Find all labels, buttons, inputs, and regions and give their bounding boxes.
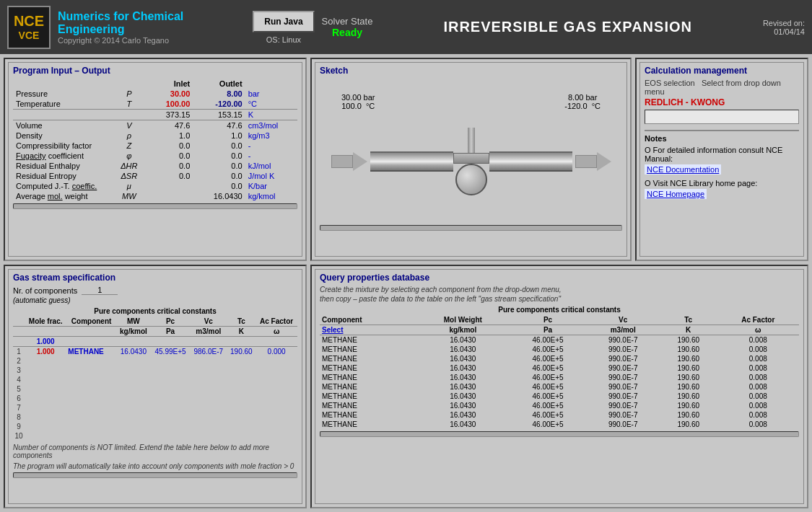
eos-input-bar[interactable] (645, 110, 799, 124)
sketch-panel: Sketch 30.00 bar 100.0 °C 8.00 bar -120.… (310, 58, 632, 261)
run-java-button[interactable]: Run Java (253, 11, 314, 32)
table-row: 7 (13, 403, 297, 412)
gh-mole-frac: Mole frac. (25, 317, 66, 327)
table-row: METHANE 16.0430 46.00E+5 990.0E-7 190.60… (320, 382, 799, 392)
notes-section: Notes O For detailed information consult… (645, 134, 799, 199)
valve (453, 128, 489, 195)
sketch-scrollbar[interactable] (320, 225, 622, 231)
table-row: 8 (13, 412, 297, 422)
note1: O For detailed information consult NCE M… (645, 146, 799, 175)
nr-components-row: Nr. of components (13, 286, 297, 295)
solver-state-block: Solver State Ready (322, 16, 373, 38)
pio-scrollbar[interactable] (13, 203, 297, 209)
nce-homepage-link[interactable]: NCE Homepage (647, 190, 704, 198)
mole-frac-header-val: 1.000 (25, 337, 66, 347)
qh-tc: Tc (660, 315, 717, 325)
revised-block: Revised on: 01/04/14 (763, 19, 805, 36)
table-row: 5 (13, 384, 297, 394)
pio-table: Inlet Outlet Pressure P 30.00 8.00 bar T… (13, 79, 297, 201)
query-desc2: then copy – paste the data to the table … (320, 295, 799, 303)
query-scrollbar[interactable] (320, 431, 799, 437)
query-table: Component Mol Weight Pc Vc Tc Ac Factor … (320, 315, 799, 429)
pio-row: Density ρ 1.0 1.0 kg/m3 (13, 131, 297, 141)
left-pipe (370, 151, 453, 172)
right-pipe (489, 151, 572, 172)
pipe-assembly (331, 128, 611, 195)
gh-vc: Vc (190, 317, 227, 327)
pio-row: Residual Entropy ΔSR 0.0 0.0 J/mol K (13, 171, 297, 181)
pio-row: Compressibility factor Z 0.0 0.0 - (13, 141, 297, 151)
note2: O Visit NCE Library home page: NCE Homep… (645, 179, 799, 199)
gas-stream-table: Mole frac. Component MW Pc Vc Tc Ac Fact… (13, 317, 297, 441)
footer-note2: The program will automatically take into… (13, 462, 297, 470)
os-label: OS: Linux (266, 35, 301, 44)
table-row: 9 (13, 422, 297, 431)
gh-mw: MW (116, 317, 151, 327)
inlet-label: 30.00 bar 100.0 °C (341, 93, 375, 110)
header: NCE VCE Numerics for Chemical Engineerin… (0, 0, 812, 54)
gas-stream-title: Gas stream specification (13, 273, 297, 283)
vce-text: VCE (19, 30, 40, 41)
table-row: 4 (13, 375, 297, 384)
calc-mgmt-title: Calculation management (645, 66, 799, 76)
gh-pc: Pc (151, 317, 190, 327)
table-row: METHANE 16.0430 46.00E+5 990.0E-7 190.60… (320, 363, 799, 373)
content-area: Program Input – Output Inlet Outlet Pres… (0, 54, 812, 512)
notes-title: Notes (645, 134, 799, 143)
eos-value: REDLICH - KWONG (645, 97, 725, 107)
pio-row: Average mol. weight MW 16.0430 kg/kmol (13, 191, 297, 201)
table-row: 6 (13, 394, 297, 403)
query-desc1: Create the mixture by selecting each com… (320, 286, 799, 293)
sketch-area: 30.00 bar 100.0 °C 8.00 bar -120.0 °C (320, 79, 622, 223)
query-pure-header: Pure components critical constants (320, 306, 799, 314)
table-row: METHANE 16.0430 46.00E+5 990.0E-7 190.60… (320, 335, 799, 345)
nce-logo: NCE VCE (7, 6, 51, 49)
program-io-title: Program Input – Output (13, 66, 297, 76)
col-inlet: Inlet (141, 79, 193, 89)
main-title: IRREVERSIBLE GAS EXPANSION (380, 19, 755, 35)
query-select-label[interactable]: Select (320, 325, 416, 335)
table-row: METHANE 16.0430 46.00E+5 990.0E-7 190.60… (320, 373, 799, 382)
table-row: METHANE 16.0430 46.00E+5 990.0E-7 190.60… (320, 345, 799, 354)
eos-label: EOS selection (645, 79, 695, 87)
nce-doc-link[interactable]: NCE Documentation (647, 165, 719, 174)
table-row: METHANE 16.0430 46.00E+5 990.0E-7 190.60… (320, 392, 799, 401)
gs-scrollbar[interactable] (13, 472, 297, 478)
table-row: 1 1.000 METHANE 16.0430 45.99E+5 986.0E-… (13, 347, 297, 357)
pio-row: Volume V 47.6 47.6 cm3/mol (13, 120, 297, 131)
right-arrow (575, 152, 611, 171)
pio-row: Computed J.-T. coeffic. μ 0.0 K/bar (13, 181, 297, 191)
calc-mgmt-panel: Calculation management EOS selection Sel… (635, 58, 808, 261)
app-copyright: Copyright © 2014 Carlo Tegano (58, 36, 245, 45)
footer-note1: Number of components is NOT limited. Ext… (13, 443, 297, 459)
nr-label: Nr. of components (13, 286, 77, 295)
table-row: METHANE 16.0430 46.00E+5 990.0E-7 190.60… (320, 354, 799, 363)
solver-state-label: Solver State (322, 16, 373, 27)
eos-section: EOS selection Select from drop down menu… (645, 79, 799, 124)
left-arrow (331, 152, 367, 171)
qh-component: Component (320, 315, 416, 325)
pio-row: 373.15 153.15 K (13, 110, 297, 120)
qh-ac: Ac Factor (717, 315, 799, 325)
nce-text: NCE (14, 13, 44, 30)
table-row: 10 (13, 431, 297, 441)
table-row: METHANE 16.0430 46.00E+5 990.0E-7 190.60… (320, 420, 799, 429)
gas-stream-panel: Gas stream specification Nr. of componen… (4, 265, 307, 508)
table-row: METHANE 16.0430 46.00E+5 990.0E-7 190.60… (320, 401, 799, 410)
query-panel: Query properties database Create the mix… (310, 265, 808, 508)
auto-guess-label: (automatic guess) (13, 296, 297, 304)
gh-ac: Ac Factor (256, 317, 297, 327)
table-row: METHANE 16.0430 46.00E+5 990.0E-7 190.60… (320, 410, 799, 420)
gh-tc: Tc (227, 317, 256, 327)
pio-row: Pressure P 30.00 8.00 bar (13, 89, 297, 99)
query-title: Query properties database (320, 273, 799, 283)
pure-components-header: Pure components critical constants (13, 307, 297, 315)
gh-component: Component (66, 317, 116, 327)
qh-mw: Mol Weight (416, 315, 510, 325)
col-outlet: Outlet (193, 79, 245, 89)
pio-row: Temperature T 100.00 -120.00 °C (13, 99, 297, 110)
nr-input[interactable] (82, 286, 118, 295)
sketch-title: Sketch (320, 66, 622, 76)
solver-state-value: Ready (322, 27, 373, 38)
qh-vc: Vc (587, 315, 660, 325)
